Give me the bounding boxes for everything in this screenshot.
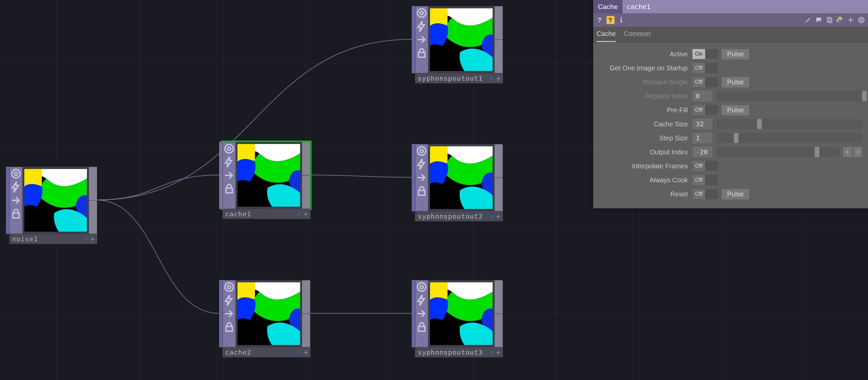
info-icon[interactable] [617, 16, 625, 24]
node-name-label[interactable]: syphonspoutout1 [415, 74, 488, 82]
output-connector[interactable] [495, 6, 503, 73]
clone-immune-icon[interactable] [10, 180, 22, 194]
tab-common[interactable]: Common [624, 27, 651, 42]
comment-icon[interactable] [815, 16, 823, 24]
input-connector[interactable] [412, 280, 415, 347]
clone-immune-icon[interactable] [223, 155, 236, 169]
output-connector[interactable] [302, 280, 310, 347]
step-down-icon[interactable] [843, 147, 852, 157]
add-output-icon[interactable]: + [495, 349, 502, 356]
bypass-icon[interactable] [223, 169, 236, 182]
node-cache2[interactable]: cache2+ [222, 280, 310, 357]
toggle[interactable]: Off [692, 63, 718, 73]
input-connector[interactable] [6, 167, 9, 234]
lock-icon[interactable] [223, 320, 236, 334]
display-flag-icon[interactable] [298, 351, 301, 354]
toggle[interactable]: On [692, 49, 718, 59]
number-field[interactable]: 1 [692, 133, 712, 143]
node-syphonspoutout2[interactable]: syphonspoutout2+ [415, 144, 503, 221]
help-icon[interactable]: ? [596, 16, 604, 24]
add-output-icon[interactable]: + [495, 75, 502, 82]
toggle[interactable]: Off [692, 105, 718, 115]
bypass-icon[interactable] [415, 307, 428, 320]
output-connector[interactable] [302, 142, 310, 209]
display-flag-icon[interactable] [490, 351, 493, 354]
clone-immune-icon[interactable] [223, 294, 236, 307]
bypass-icon[interactable] [223, 307, 236, 320]
pulse-button[interactable]: Pulse [722, 77, 749, 87]
pages-icon[interactable] [825, 16, 833, 24]
svg-rect-2 [13, 213, 19, 218]
add-output-icon[interactable]: + [495, 213, 502, 220]
svg-rect-26 [621, 17, 622, 19]
node-name-label[interactable]: syphonspoutout3 [415, 348, 488, 356]
output-connector[interactable] [495, 280, 503, 347]
node-syphonspoutout1[interactable]: syphonspoutout1+ [415, 6, 503, 83]
node-noise1[interactable]: noise1+ [9, 167, 97, 244]
display-flag-icon[interactable] [490, 77, 493, 80]
number-field[interactable]: 32 [692, 119, 712, 129]
lock-icon[interactable] [415, 46, 428, 60]
lock-icon[interactable] [223, 182, 236, 195]
number-field[interactable]: -20 [692, 147, 712, 157]
clone-immune-icon[interactable] [415, 158, 428, 171]
panel-icon-row: ? ? [593, 13, 868, 27]
node-preview[interactable] [428, 280, 495, 347]
input-connector[interactable] [412, 6, 415, 73]
bypass-icon[interactable] [415, 171, 428, 184]
clone-immune-icon[interactable] [415, 294, 428, 307]
output-connector[interactable] [89, 167, 97, 234]
help-highlight-icon[interactable]: ? [607, 16, 615, 24]
node-name-label[interactable]: syphonspoutout2 [415, 212, 488, 220]
lock-icon[interactable] [415, 320, 428, 334]
bypass-icon[interactable] [10, 194, 22, 207]
node-preview[interactable] [22, 167, 89, 234]
toggle[interactable]: Off [692, 189, 718, 199]
radar-icon[interactable] [857, 16, 865, 24]
toggle[interactable]: Off [692, 161, 718, 171]
plus-icon[interactable] [847, 16, 855, 24]
step-up-icon[interactable] [854, 147, 862, 157]
clone-immune-icon[interactable] [415, 20, 428, 33]
node-name-label[interactable]: cache2 [222, 348, 296, 356]
node-preview[interactable] [236, 280, 302, 347]
input-connector[interactable] [412, 144, 415, 211]
pulse-button[interactable]: Pulse [722, 49, 749, 59]
slider[interactable] [716, 119, 862, 129]
add-output-icon[interactable]: + [89, 236, 96, 242]
output-connector[interactable] [495, 144, 503, 211]
display-flag-icon[interactable] [490, 215, 493, 218]
viewer-flag-icon[interactable] [10, 167, 22, 180]
tab-cache[interactable]: Cache [596, 27, 616, 42]
panel-header: Cache cache1 [593, 0, 868, 13]
pencil-icon[interactable] [804, 16, 812, 24]
add-output-icon[interactable]: + [303, 349, 309, 356]
node-name-label[interactable]: noise1 [9, 235, 83, 243]
lock-icon[interactable] [10, 207, 22, 220]
node-name-label[interactable]: cache1 [222, 210, 296, 218]
input-connector[interactable] [219, 280, 222, 347]
node-preview[interactable] [428, 144, 495, 211]
toggle[interactable]: Off [692, 175, 718, 185]
add-output-icon[interactable]: + [303, 211, 309, 217]
viewer-flag-icon[interactable] [415, 6, 428, 20]
viewer-flag-icon[interactable] [415, 144, 428, 158]
input-connector[interactable] [219, 142, 222, 209]
slider[interactable] [716, 133, 862, 143]
lock-icon[interactable] [415, 184, 428, 198]
node-syphonspoutout3[interactable]: syphonspoutout3+ [415, 280, 503, 357]
display-flag-icon[interactable] [298, 213, 301, 215]
viewer-flag-icon[interactable] [223, 142, 236, 155]
viewer-flag-icon[interactable] [223, 280, 236, 294]
node-cache1[interactable]: cache1+ [222, 142, 310, 219]
display-flag-icon[interactable] [85, 238, 87, 240]
bypass-icon[interactable] [415, 33, 428, 46]
node-preview[interactable] [428, 6, 495, 73]
pulse-button[interactable]: Pulse [722, 105, 749, 115]
python-icon[interactable] [836, 16, 844, 24]
node-preview[interactable] [236, 142, 302, 209]
slider[interactable] [716, 147, 839, 157]
operator-name-field[interactable]: cache1 [622, 0, 868, 13]
pulse-button[interactable]: Pulse [722, 189, 749, 199]
viewer-flag-icon[interactable] [415, 280, 428, 294]
